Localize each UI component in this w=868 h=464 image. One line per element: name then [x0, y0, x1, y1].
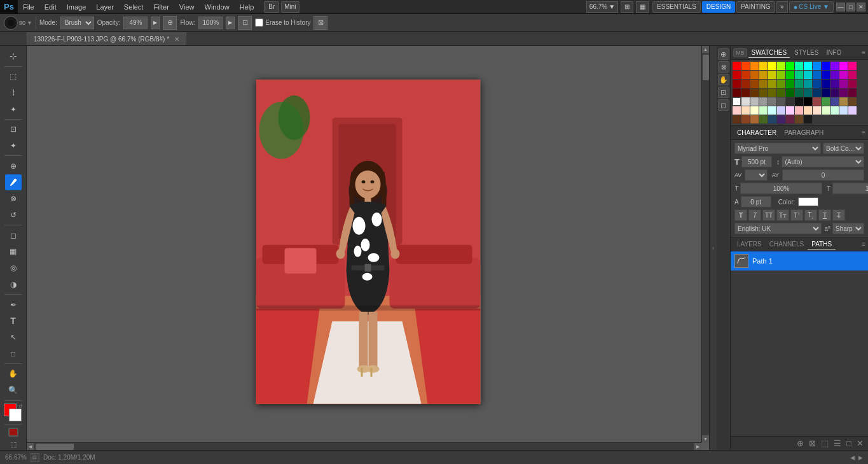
vscroll-bar[interactable]: ▲ ▼: [701, 46, 709, 442]
layers-tab[interactable]: LAYERS: [733, 239, 766, 249]
swatch[interactable]: [759, 97, 768, 106]
font-style-select[interactable]: Bold Co...: [823, 143, 864, 154]
panel-tool-btn-2[interactable]: ⊠: [718, 61, 729, 73]
swatch[interactable]: [741, 115, 750, 123]
vscroll-up-arrow[interactable]: ▲: [702, 46, 710, 53]
paragraph-tab[interactable]: PARAGRAPH: [780, 128, 827, 137]
swatch[interactable]: [830, 62, 839, 70]
swatch[interactable]: [804, 62, 812, 70]
swatch[interactable]: [733, 62, 741, 70]
tool-pen[interactable]: ✒: [5, 297, 22, 313]
erase-to-history-checkbox[interactable]: [255, 18, 263, 27]
tab-close-btn[interactable]: ✕: [174, 34, 179, 45]
swatch[interactable]: [768, 80, 776, 88]
menu-help[interactable]: Help: [235, 0, 259, 14]
paths-tab[interactable]: PATHS: [808, 239, 836, 250]
nav-left-btn[interactable]: ◀: [850, 454, 855, 461]
nav-right-btn[interactable]: ▶: [858, 454, 863, 461]
menu-image[interactable]: Image: [62, 0, 92, 14]
tool-dodge[interactable]: ◑: [5, 276, 22, 292]
swatch[interactable]: [750, 115, 759, 123]
screen-mode-btn[interactable]: ▦: [636, 1, 649, 13]
path-row[interactable]: Path 1: [731, 251, 868, 271]
swatch[interactable]: [733, 71, 741, 79]
swatch[interactable]: [822, 80, 830, 88]
airbrush-btn[interactable]: ⊕: [163, 16, 177, 30]
swatch[interactable]: [733, 97, 741, 106]
swatches-menu-btn[interactable]: ≡: [862, 49, 865, 56]
workspace-painting[interactable]: PAINTING: [736, 1, 775, 13]
character-tab[interactable]: CHARACTER: [733, 128, 780, 137]
anti-alias-select[interactable]: Sharp: [832, 223, 864, 234]
panel-collapse-btn[interactable]: ›: [709, 46, 717, 450]
tool-gradient[interactable]: ▦: [5, 244, 22, 260]
swatch[interactable]: [848, 88, 857, 97]
tool-blur[interactable]: ◎: [5, 260, 22, 276]
layers-btn-adjustment[interactable]: ⬚: [819, 439, 830, 448]
minimize-btn[interactable]: —: [836, 3, 845, 11]
faux-bold-btn[interactable]: T: [734, 209, 747, 221]
tool-zoom[interactable]: 🔍: [5, 383, 22, 398]
swatch[interactable]: [768, 88, 776, 97]
panel-tool-btn-1[interactable]: ⊕: [718, 48, 729, 60]
bridge-btn[interactable]: Br: [264, 1, 279, 13]
info-tab[interactable]: INFO: [823, 48, 844, 57]
swatch[interactable]: [786, 71, 794, 79]
tablet-pressure-btn[interactable]: ⊡: [238, 16, 252, 30]
swatch[interactable]: [839, 80, 848, 88]
tool-type[interactable]: T: [5, 313, 22, 329]
swatch[interactable]: [768, 71, 776, 79]
arrange-btn[interactable]: ⊞: [621, 1, 633, 13]
swatch[interactable]: [795, 88, 803, 97]
swatch[interactable]: [813, 97, 821, 106]
swatches-tab[interactable]: SWATCHES: [748, 48, 790, 58]
swatch[interactable]: [733, 80, 741, 88]
menu-filter[interactable]: Filter: [148, 0, 174, 14]
menu-layer[interactable]: Layer: [91, 0, 119, 14]
workspace-design[interactable]: DESIGN: [702, 1, 735, 13]
hscroll-bar[interactable]: ◀ ▶: [27, 442, 701, 450]
tool-lasso[interactable]: ⌇: [5, 85, 22, 101]
swatch[interactable]: [813, 71, 821, 79]
mini-bridge-btn[interactable]: Mini: [281, 1, 299, 13]
char-panel-menu[interactable]: ≡: [862, 129, 865, 136]
swatch[interactable]: [777, 71, 785, 79]
language-select[interactable]: English: UK: [734, 223, 822, 234]
swatch[interactable]: [795, 106, 803, 115]
tool-shape[interactable]: □: [5, 346, 22, 362]
swatch[interactable]: [804, 71, 812, 79]
leading-select[interactable]: (Auto): [782, 156, 864, 167]
swatch[interactable]: [813, 106, 821, 115]
swatch[interactable]: [848, 80, 857, 88]
tool-hand[interactable]: ✋: [5, 366, 22, 382]
tool-eyedropper[interactable]: ✦: [5, 138, 22, 154]
swatch[interactable]: [804, 106, 812, 115]
swatch[interactable]: [759, 62, 768, 70]
layers-btn-mask[interactable]: ⊠: [807, 439, 818, 448]
tool-healing[interactable]: ⊕: [5, 158, 22, 174]
swatch[interactable]: [830, 71, 839, 79]
faux-italic-btn[interactable]: T: [748, 209, 761, 221]
text-color-swatch[interactable]: [798, 197, 818, 206]
swatch[interactable]: [759, 71, 768, 79]
horiz-scale-input[interactable]: [740, 183, 822, 194]
quick-mask-btn[interactable]: [5, 426, 22, 439]
swatch[interactable]: [759, 115, 768, 123]
swatch[interactable]: [839, 62, 848, 70]
vscroll-down-arrow[interactable]: ▼: [702, 435, 710, 442]
swatch[interactable]: [795, 71, 803, 79]
tool-clone[interactable]: ⊗: [5, 191, 22, 207]
swatch[interactable]: [804, 115, 812, 123]
swatch[interactable]: [804, 97, 812, 106]
swatch[interactable]: [786, 106, 794, 115]
hscroll-left-arrow[interactable]: ◀: [27, 443, 34, 451]
menu-window[interactable]: Window: [200, 0, 235, 14]
font-family-select[interactable]: Myriad Pro: [734, 143, 821, 154]
menu-select[interactable]: Select: [119, 0, 149, 14]
tracking-input[interactable]: [782, 169, 864, 181]
tool-marquee[interactable]: ⬚: [5, 69, 22, 85]
panel-tool-btn-5[interactable]: ◻: [718, 99, 729, 111]
menu-edit[interactable]: Edit: [39, 0, 62, 14]
swatch[interactable]: [795, 80, 803, 88]
swatch[interactable]: [777, 106, 785, 115]
